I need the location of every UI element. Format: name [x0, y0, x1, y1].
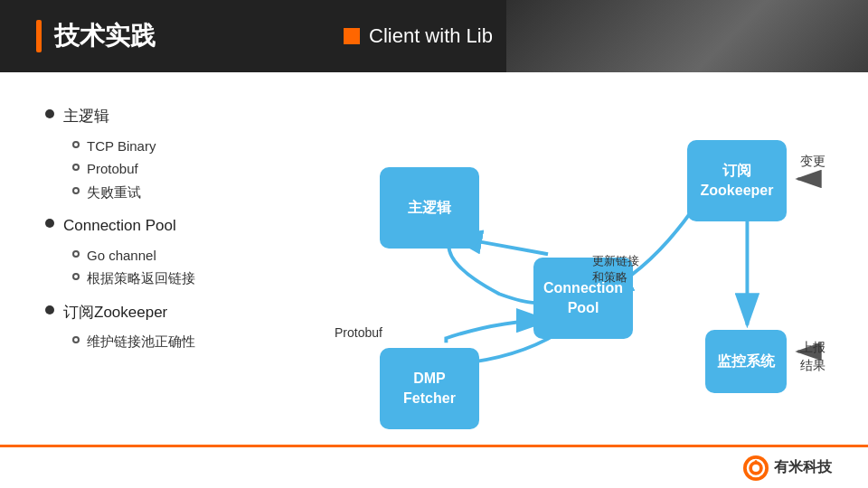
- page-title: 技术实践: [54, 19, 156, 53]
- label-report: 上报结果: [800, 339, 826, 374]
- list-sub-item-2-2: 根据策略返回链接: [72, 268, 280, 289]
- label-change: 变更: [800, 154, 826, 170]
- logo-area: 有米科技: [743, 455, 832, 481]
- diagram-container: 主逻辑 ConnectionPool DMPFetcher 订阅Zookeepe…: [326, 90, 859, 436]
- box-monitor: 监控系统: [705, 330, 787, 393]
- bullet-sub-3-1: [72, 336, 80, 343]
- bullet-main-2: [45, 219, 54, 228]
- orange-square-icon: [344, 28, 360, 44]
- list-main-label-2: Connection Pool: [63, 214, 176, 238]
- list-main-label-3: 订阅Zookeeper: [63, 301, 167, 324]
- footer: 有米科技: [0, 445, 868, 488]
- list-sub-text-2-2: 根据策略返回链接: [87, 268, 195, 289]
- list-item-main-2: Connection Pool: [45, 214, 280, 238]
- list-main-label-1: 主逻辑: [63, 105, 109, 128]
- bullet-sub-1-2: [72, 164, 80, 171]
- bullet-sub-1-1: [72, 141, 80, 148]
- left-panel: 主逻辑 TCP Binary Protobuf 失败重试 Connection …: [0, 72, 307, 445]
- list-sub-text-1-3: 失败重试: [87, 183, 141, 203]
- right-panel: 主逻辑 ConnectionPool DMPFetcher 订阅Zookeepe…: [307, 72, 868, 445]
- bullet-sub-2-2: [72, 273, 80, 280]
- bullet-main-3: [45, 305, 54, 314]
- list-sub-2: Go channel 根据策略返回链接: [45, 243, 280, 292]
- header: 技术实践 Client with Lib: [0, 0, 868, 72]
- logo-svg: [746, 458, 766, 478]
- list-sub-item-1-2: Protobuf: [72, 159, 280, 180]
- logo-icon: [743, 455, 769, 481]
- subtitle-text: Client with Lib: [369, 24, 493, 48]
- list-sub-item-1-1: TCP Binary: [72, 136, 280, 157]
- label-protobuf: Protobuf: [335, 325, 382, 340]
- title-bar: [36, 20, 42, 52]
- list-sub-text-1-2: Protobuf: [87, 159, 138, 180]
- list-sub-text-2-1: Go channel: [87, 246, 156, 267]
- header-bg: [506, 0, 868, 72]
- list-sub-text-1-1: TCP Binary: [87, 136, 156, 157]
- box-main-logic: 主逻辑: [380, 167, 479, 249]
- bullet-sub-2-1: [72, 250, 80, 258]
- list-item-main-1: 主逻辑: [45, 105, 280, 128]
- list-sub-item-3-1: 维护链接池正确性: [72, 332, 280, 352]
- box-dmp-fetcher: DMPFetcher: [380, 348, 479, 429]
- header-subtitle-block: Client with Lib: [344, 24, 493, 48]
- list-item-main-3: 订阅Zookeeper: [45, 301, 280, 324]
- label-update-link: 更新链接和策略: [592, 253, 639, 286]
- list-sub-1: TCP Binary Protobuf 失败重试: [45, 134, 280, 206]
- svg-rect-5: [755, 460, 758, 465]
- list-sub-text-3-1: 维护链接池正确性: [87, 332, 195, 352]
- svg-point-4: [752, 465, 760, 472]
- bullet-main-1: [45, 109, 54, 118]
- logo-text: 有米科技: [774, 458, 832, 477]
- list-sub-item-1-3: 失败重试: [72, 183, 280, 203]
- list-sub-item-2-1: Go channel: [72, 246, 280, 267]
- list-sub-3: 维护链接池正确性: [45, 329, 280, 355]
- main-content: 主逻辑 TCP Binary Protobuf 失败重试 Connection …: [0, 72, 868, 445]
- bullet-sub-1-3: [72, 187, 80, 194]
- box-subscribe-zookeeper: 订阅Zookeeper: [687, 140, 787, 221]
- title-block: 技术实践: [36, 19, 156, 53]
